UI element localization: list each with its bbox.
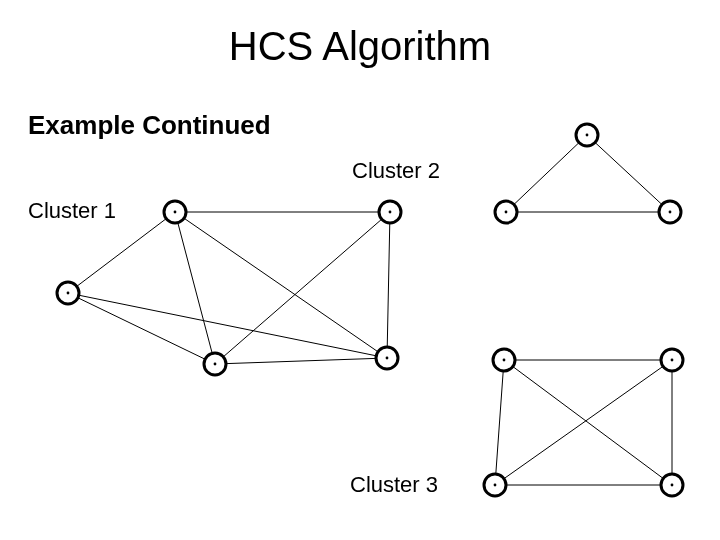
- graph-canvas: [0, 0, 720, 540]
- svg-point-23: [671, 484, 674, 487]
- svg-point-11: [586, 134, 589, 137]
- graph-edge: [506, 135, 587, 212]
- graph-node: [379, 201, 401, 223]
- graph-edge: [504, 360, 672, 485]
- graph-edge: [495, 360, 504, 485]
- graph-node: [57, 282, 79, 304]
- graph-edge: [175, 212, 215, 364]
- graph-node: [204, 353, 226, 375]
- svg-point-5: [67, 292, 70, 295]
- graph-node: [164, 201, 186, 223]
- graph-edge: [495, 360, 672, 485]
- svg-point-3: [389, 211, 392, 214]
- graph-edge: [68, 293, 215, 364]
- svg-point-13: [505, 211, 508, 214]
- graph-node: [484, 474, 506, 496]
- graph-edge: [587, 135, 670, 212]
- graph-node: [495, 201, 517, 223]
- graph-node: [661, 349, 683, 371]
- svg-point-17: [503, 359, 506, 362]
- graph-node: [376, 347, 398, 369]
- svg-point-1: [174, 211, 177, 214]
- graph-node: [659, 201, 681, 223]
- graph-edge: [387, 212, 390, 358]
- svg-point-21: [494, 484, 497, 487]
- graph-edge: [68, 212, 175, 293]
- graph-edge: [215, 358, 387, 364]
- svg-point-19: [671, 359, 674, 362]
- graph-node: [493, 349, 515, 371]
- graph-node: [661, 474, 683, 496]
- svg-point-7: [214, 363, 217, 366]
- svg-point-9: [386, 357, 389, 360]
- svg-point-15: [669, 211, 672, 214]
- graph-node: [576, 124, 598, 146]
